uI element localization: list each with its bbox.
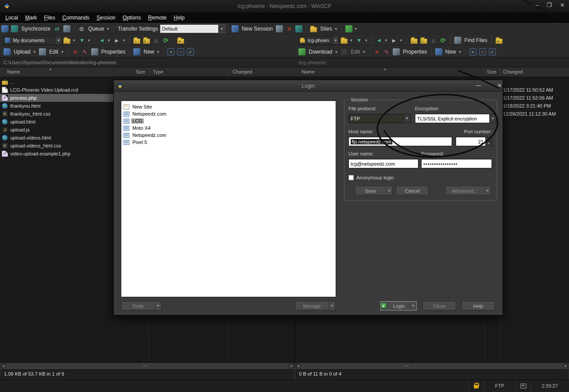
column-changed[interactable]: Changed xyxy=(232,69,252,74)
open-directory-icon[interactable] xyxy=(63,39,70,44)
select-all-icon[interactable]: + xyxy=(469,48,476,55)
back-icon[interactable]: ◄ xyxy=(98,37,105,44)
open-directory-icon[interactable] xyxy=(341,39,348,44)
menu-options[interactable]: Options xyxy=(119,13,144,23)
column-changed[interactable]: Changed xyxy=(503,69,523,74)
column-size[interactable]: Size xyxy=(472,69,496,74)
back-icon[interactable]: ◄ xyxy=(375,37,383,44)
right-horizontal-scrollbar[interactable]: ◄ ▪▪▪ ► xyxy=(295,362,569,369)
login-button[interactable]: ▸ Login ▼ xyxy=(380,301,417,310)
select-all-icon[interactable]: + xyxy=(167,48,174,55)
encryption-combo[interactable]: TLS/SSL Explicit encryption ▼ xyxy=(415,114,496,123)
maximize-button[interactable]: ❐ xyxy=(545,2,553,8)
manage-button[interactable]: Manage ▼ xyxy=(295,301,336,310)
column-name[interactable]: Name xyxy=(302,69,314,74)
help-button[interactable]: Help xyxy=(461,301,495,310)
properties-button[interactable]: Properties xyxy=(403,49,427,55)
menu-mark[interactable]: Mark xyxy=(22,13,41,23)
host-name-input[interactable]: ftp.netspeedz.com xyxy=(348,137,452,146)
upload-icon[interactable] xyxy=(4,48,11,55)
save-dropdown-icon[interactable]: ▼ xyxy=(386,186,392,195)
edit-button[interactable]: Edit xyxy=(351,49,360,55)
cancel-button[interactable]: Cancel xyxy=(396,186,429,195)
delete-icon[interactable]: ✕ xyxy=(373,48,380,55)
encryption-lock-cell[interactable] xyxy=(468,381,484,391)
chevron-down-icon[interactable]: ▼ xyxy=(55,36,62,44)
chevron-down-icon[interactable]: ▼ xyxy=(332,36,339,44)
scroll-left-icon[interactable]: ◄ xyxy=(0,363,6,369)
new-button[interactable]: New xyxy=(445,49,456,55)
queue-button[interactable]: Queue xyxy=(88,26,104,32)
menu-local[interactable]: Local xyxy=(2,13,22,23)
password-input[interactable]: •••••••••••••••• xyxy=(421,159,492,168)
left-horizontal-scrollbar[interactable]: ◄ ▪▪▪ ► xyxy=(0,362,295,369)
synchronize-browsing-icon[interactable] xyxy=(63,25,70,32)
scroll-right-icon[interactable]: ► xyxy=(289,363,294,369)
compare-icon[interactable]: ⇄ xyxy=(54,25,61,32)
root-directory-icon[interactable]: / xyxy=(420,39,427,44)
spin-up-icon[interactable]: ▲ xyxy=(486,137,492,142)
filter-icon[interactable]: ▼ xyxy=(356,37,363,44)
left-address-bar[interactable]: C:\Users\Sysman\Documents\Websites\lcg-p… xyxy=(0,58,295,67)
port-number-input[interactable]: 21 ▲▼ xyxy=(456,137,492,146)
site-item[interactable]: New Site xyxy=(123,103,334,110)
site-item[interactable]: Netspeedz.com xyxy=(123,132,334,139)
scroll-right-icon[interactable]: ► xyxy=(563,363,569,369)
upload-button[interactable]: Upload xyxy=(14,49,31,55)
home-directory-icon[interactable]: ⌂ xyxy=(430,37,437,44)
synchronize-button[interactable]: Synchronize xyxy=(21,26,50,32)
site-item-selected[interactable]: LCG xyxy=(123,117,334,124)
right-drive-combo[interactable]: lcg-phoen ▼ xyxy=(298,36,339,45)
new-session-icon[interactable] xyxy=(232,25,239,32)
site-item[interactable]: Netspeedz.com xyxy=(123,110,334,117)
login-dropdown-icon[interactable]: ▼ xyxy=(410,302,416,310)
rename-icon[interactable]: ✎ xyxy=(81,48,89,55)
close-button[interactable]: ✕ xyxy=(558,2,566,8)
menu-remote[interactable]: Remote xyxy=(144,13,170,23)
filter-icon[interactable]: ▼ xyxy=(78,37,85,44)
dialog-minimize-button[interactable]: — xyxy=(474,82,482,89)
column-type[interactable]: Type xyxy=(153,69,163,74)
menu-session[interactable]: Session xyxy=(93,13,119,23)
forward-icon[interactable]: ► xyxy=(391,37,398,44)
scrollbar-thumb[interactable] xyxy=(302,363,562,369)
tools-dropdown-icon[interactable]: ▼ xyxy=(155,302,161,310)
queue-dropdown-icon[interactable]: ▼ xyxy=(106,27,110,31)
close-session-icon[interactable]: ✕ xyxy=(286,25,293,32)
parent-directory-icon[interactable]: ↑ xyxy=(133,39,140,44)
advanced-button[interactable]: Advanced... ▼ xyxy=(445,186,491,195)
properties-button[interactable]: Properties xyxy=(101,49,126,55)
scrollbar-thumb[interactable] xyxy=(7,363,288,369)
transfer-settings-combo[interactable]: Default ▼ xyxy=(160,24,225,33)
spin-down-icon[interactable]: ▼ xyxy=(486,142,492,146)
unselect-all-icon[interactable]: − xyxy=(177,48,184,55)
new-file-icon[interactable] xyxy=(435,48,442,55)
user-name-input[interactable]: lcg@netspeedz.com xyxy=(348,159,418,168)
dialog-close-button[interactable]: ✕ xyxy=(495,82,503,89)
properties-icon[interactable] xyxy=(91,48,98,55)
edit-icon[interactable] xyxy=(39,48,46,55)
menu-files[interactable]: Files xyxy=(40,13,58,23)
new-session-button[interactable]: New Session xyxy=(242,26,273,32)
find-files-icon[interactable] xyxy=(454,37,461,44)
save-button[interactable]: Save ▼ xyxy=(355,186,393,195)
queue-gear-icon[interactable]: ⚙ xyxy=(78,25,85,32)
minimize-button[interactable]: — xyxy=(532,2,540,8)
column-name[interactable]: Name xyxy=(7,69,20,74)
chevron-down-icon[interactable]: ▼ xyxy=(218,25,225,33)
site-item[interactable]: Pixel 5 xyxy=(123,139,334,146)
root-directory-icon[interactable]: / xyxy=(143,39,150,44)
refresh-icon[interactable]: ⟳ xyxy=(440,37,447,44)
site-item[interactable]: Moto X4 xyxy=(123,124,334,132)
find-files-button[interactable]: Find Files xyxy=(464,37,488,43)
parent-directory-icon[interactable]: ↑ xyxy=(410,39,418,44)
edit-button[interactable]: Edit xyxy=(49,49,58,55)
new-file-icon[interactable] xyxy=(133,48,140,55)
color-dropdown-icon[interactable]: ▼ xyxy=(354,27,358,31)
manage-dropdown-icon[interactable]: ▼ xyxy=(329,302,335,310)
invert-selection-icon[interactable]: ✓ xyxy=(489,48,496,55)
dialog-title-bar[interactable]: Login — ✕ xyxy=(114,80,503,92)
copy-path-icon[interactable]: » xyxy=(495,39,503,44)
sites-folder-icon[interactable] xyxy=(310,27,317,32)
console-cell[interactable] xyxy=(515,381,530,391)
